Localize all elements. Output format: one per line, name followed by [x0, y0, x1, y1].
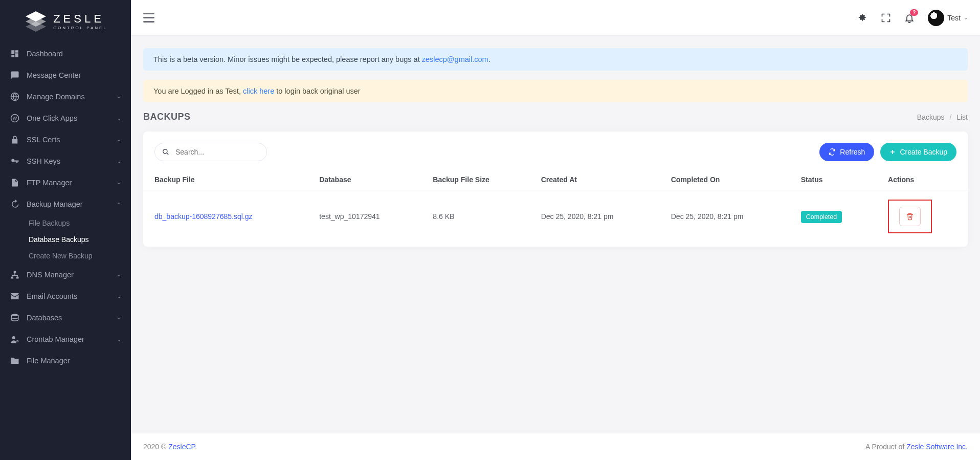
- crumb-parent[interactable]: Backups: [917, 113, 945, 121]
- sitemap-icon: [9, 270, 20, 279]
- search-input[interactable]: [154, 143, 267, 161]
- nav-label: DNS Manager: [27, 271, 117, 279]
- action-highlight: [888, 200, 932, 233]
- sidebar-toggle[interactable]: [143, 13, 154, 23]
- backups-table: Backup File Database Backup File Size Cr…: [143, 169, 968, 243]
- chevron-down-icon: ⌄: [964, 15, 968, 20]
- sidebar: ZESLE CONTROL PANEL Dashboard Message Ce…: [0, 0, 131, 460]
- alert-text: This is a beta version. Minor issues mig…: [153, 55, 422, 63]
- chevron-down-icon: ⌄: [117, 337, 122, 342]
- nav-label: Message Center: [27, 71, 122, 79]
- sidebar-item-dns-manager[interactable]: DNS Manager ⌄: [0, 264, 131, 286]
- logo-brand: ZESLE: [53, 13, 107, 25]
- col-created: Created At: [530, 169, 660, 190]
- sidebar-item-manage-domains[interactable]: Manage Domains ⌄: [0, 86, 131, 107]
- notifications-button[interactable]: ?: [904, 13, 915, 23]
- sidebar-sub-database-backups[interactable]: Database Backups: [0, 231, 131, 248]
- sidebar-item-ftp-manager[interactable]: FTP Manager ⌄: [0, 172, 131, 193]
- footer-left: 2020 © ZesleCP.: [143, 443, 197, 451]
- backup-submenu: File Backups Database Backups Create New…: [0, 215, 131, 264]
- svg-point-12: [163, 149, 167, 154]
- sidebar-item-crontab-manager[interactable]: Crontab Manager ⌄: [0, 328, 131, 350]
- nav-label: Databases: [27, 314, 117, 322]
- chevron-down-icon: ⌄: [117, 272, 122, 277]
- dashboard-icon: [9, 49, 20, 58]
- status-badge: Completed: [801, 211, 842, 223]
- svg-rect-6: [14, 271, 16, 273]
- cell-database: test_wp_10172941: [308, 190, 421, 243]
- sidebar-sub-file-backups[interactable]: File Backups: [0, 215, 131, 231]
- sidebar-item-email-accounts[interactable]: Email Accounts ⌄: [0, 286, 131, 307]
- footer-right: A Product of Zesle Software Inc.: [865, 443, 968, 451]
- footer-company-link[interactable]: Zesle Software Inc.: [906, 443, 968, 451]
- logo[interactable]: ZESLE CONTROL PANEL: [0, 0, 131, 43]
- svg-text:W: W: [13, 116, 17, 121]
- alert-text: You are Logged in as Test,: [153, 87, 243, 95]
- col-status: Status: [790, 169, 877, 190]
- page-head: BACKUPS Backups / List: [143, 112, 968, 122]
- nav-list: Dashboard Message Center Manage Domains …: [0, 43, 131, 371]
- footer: 2020 © ZesleCP. A Product of Zesle Softw…: [131, 433, 980, 460]
- plus-icon: [889, 149, 896, 155]
- footer-brand-link[interactable]: ZesleCP: [168, 443, 195, 451]
- refresh-button[interactable]: Refresh: [819, 143, 874, 161]
- nav-label: File Manager: [27, 357, 122, 365]
- wordpress-icon: W: [9, 114, 20, 123]
- cell-created: Dec 25, 2020, 8:21 pm: [530, 190, 660, 243]
- logo-subtitle: CONTROL PANEL: [53, 26, 107, 30]
- card-toolbar: Refresh Create Backup: [143, 143, 968, 169]
- key-icon: [9, 157, 20, 166]
- col-database: Database: [308, 169, 421, 190]
- chevron-down-icon: ⌄: [117, 116, 122, 121]
- chevron-down-icon: ⌄: [117, 159, 122, 164]
- col-completed: Completed On: [660, 169, 790, 190]
- sidebar-item-dashboard[interactable]: Dashboard: [0, 43, 131, 64]
- user-menu[interactable]: Test ⌄: [928, 10, 968, 26]
- chevron-down-icon: ⌄: [117, 94, 122, 99]
- crumb-current: List: [956, 113, 968, 121]
- cell-size: 8.6 KB: [421, 190, 529, 243]
- card-actions: Refresh Create Backup: [819, 143, 956, 161]
- fullscreen-icon[interactable]: [881, 13, 891, 23]
- table-row: db_backup-1608927685.sql.gz test_wp_1017…: [143, 190, 968, 243]
- sidebar-item-message-center[interactable]: Message Center: [0, 64, 131, 86]
- sidebar-item-ssh-keys[interactable]: SSH Keys ⌄: [0, 150, 131, 172]
- chevron-down-icon: ⌄: [117, 294, 122, 299]
- sidebar-item-one-click-apps[interactable]: W One Click Apps ⌄: [0, 107, 131, 129]
- nav-label: SSL Certs: [27, 136, 117, 144]
- chevron-up-icon: ⌄: [117, 202, 122, 207]
- chevron-down-icon: ⌄: [117, 180, 122, 185]
- message-icon: [9, 71, 20, 80]
- sidebar-sub-create-new-backup[interactable]: Create New Backup: [0, 248, 131, 264]
- topbar-right: ? Test ⌄: [857, 10, 968, 26]
- col-size: Backup File Size: [421, 169, 529, 190]
- login-as-alert: You are Logged in as Test, click here to…: [143, 80, 968, 102]
- svg-rect-8: [16, 277, 19, 279]
- notification-badge: ?: [910, 9, 918, 16]
- nav-label: Email Accounts: [27, 292, 117, 300]
- nav-label: FTP Manager: [27, 179, 117, 187]
- nav-label: One Click Apps: [27, 114, 117, 122]
- beta-email-link[interactable]: zeslecp@gmail.com: [422, 55, 488, 63]
- leaf-icon[interactable]: [857, 13, 867, 23]
- main: ? Test ⌄ This is a beta version. Minor i…: [131, 0, 980, 460]
- breadcrumb-separator: /: [949, 113, 951, 121]
- sidebar-item-file-manager[interactable]: File Manager: [0, 350, 131, 371]
- nav-label: Crontab Manager: [27, 335, 117, 343]
- backup-file-link[interactable]: db_backup-1608927685.sql.gz: [154, 212, 253, 221]
- create-backup-button[interactable]: Create Backup: [880, 143, 956, 161]
- user-cog-icon: [9, 335, 20, 344]
- login-back-link[interactable]: click here: [243, 87, 274, 95]
- nav-label: Dashboard: [27, 50, 122, 58]
- sidebar-item-ssl-certs[interactable]: SSL Certs ⌄: [0, 129, 131, 150]
- col-backup-file: Backup File: [143, 169, 308, 190]
- refresh-icon: [829, 148, 836, 156]
- delete-button[interactable]: [899, 207, 921, 226]
- sidebar-item-databases[interactable]: Databases ⌄: [0, 307, 131, 328]
- mail-icon: [9, 292, 20, 301]
- sidebar-item-backup-manager[interactable]: Backup Manager ⌄: [0, 193, 131, 215]
- col-actions: Actions: [877, 169, 968, 190]
- file-icon: [9, 178, 20, 187]
- content: This is a beta version. Minor issues mig…: [131, 36, 980, 433]
- beta-alert: This is a beta version. Minor issues mig…: [143, 48, 968, 71]
